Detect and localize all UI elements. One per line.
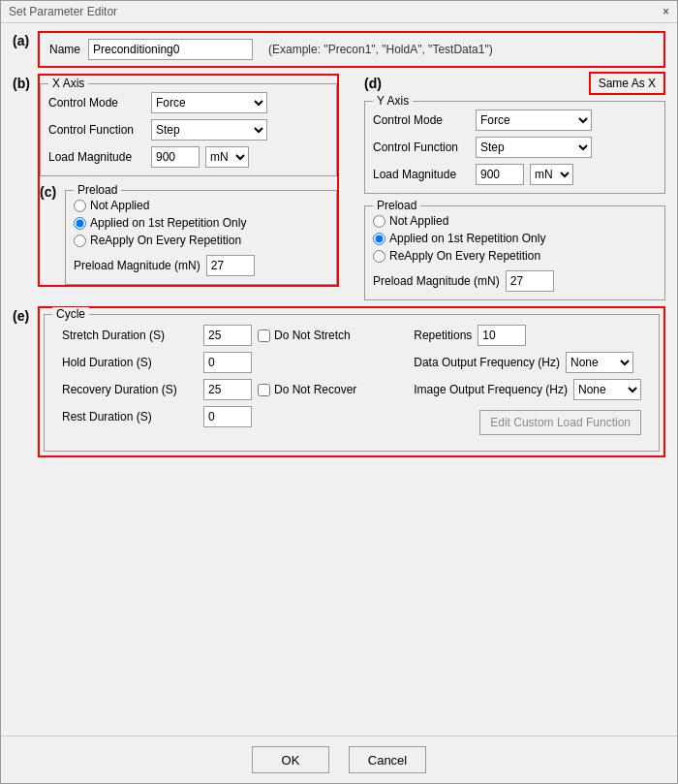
section-e-box: Cycle Stretch Duration (S) Do Not Stretc…	[38, 306, 665, 457]
data-output-row: Data Output Frequency (Hz) None151025501…	[414, 352, 641, 373]
section-a-label: (a)	[13, 31, 34, 48]
y-control-mode-select[interactable]: Force Displacement Strain	[476, 110, 592, 131]
ok-button[interactable]: OK	[252, 746, 329, 773]
close-button[interactable]: ×	[663, 5, 669, 18]
y-control-func-label: Control Function	[373, 141, 470, 154]
y-load-magnitude-input[interactable]	[476, 164, 524, 185]
y-load-mag-label: Load Magnitude	[373, 168, 470, 181]
same-as-x-button[interactable]: Same As X	[589, 72, 665, 95]
preload-right-legend: Preload	[373, 199, 420, 212]
name-example: (Example: "Precon1", "HoldA", "TestData1…	[268, 43, 493, 56]
x-control-func-select[interactable]: Step Ramp Sinusoidal Custom	[151, 119, 267, 141]
title-bar: Set Parameter Editor ×	[1, 1, 677, 23]
x-axis-legend: X Axis	[48, 77, 88, 90]
preload-left-mag-input[interactable]	[206, 255, 255, 276]
preload-left-not-applied-row: Not Applied	[74, 199, 328, 212]
x-control-func-label: Control Function	[48, 123, 145, 137]
cycle-group: Cycle Stretch Duration (S) Do Not Stretc…	[44, 314, 660, 452]
y-axis-group: Y Axis Control Mode Force Displacement S…	[364, 101, 665, 194]
preload-right-group: Preload Not Applied Applied on 1st Repet…	[364, 205, 665, 300]
do-not-stretch-label: Do Not Stretch	[274, 329, 351, 342]
content-area: (a) Name (Example: "Precon1", "HoldA", "…	[1, 23, 677, 736]
right-inner-col: (d) Same As X Y Axis Control Mode Force …	[364, 74, 665, 300]
hold-duration-row: Hold Duration (S)	[62, 352, 398, 373]
hold-duration-input[interactable]	[203, 352, 252, 373]
stretch-duration-input[interactable]	[203, 325, 252, 346]
preload-left-reapply-label: ReApply On Every Repetition	[90, 234, 241, 247]
recovery-duration-input[interactable]	[203, 379, 252, 400]
y-control-mode-row: Control Mode Force Displacement Strain	[373, 110, 657, 131]
preload-left-applied-1st-radio[interactable]	[74, 217, 86, 230]
image-output-select[interactable]: None15102550100	[573, 379, 641, 400]
section-c-label: (c)	[40, 182, 61, 200]
do-not-stretch-checkbox[interactable]	[258, 329, 270, 342]
y-load-unit-select[interactable]: mNNμN	[530, 164, 573, 185]
name-input[interactable]	[88, 39, 253, 60]
y-axis-inner: Control Mode Force Displacement Strain C…	[373, 106, 657, 185]
repetitions-label: Repetitions	[414, 329, 472, 342]
preload-right-applied-1st-label: Applied on 1st Repetition Only	[389, 232, 545, 245]
y-control-func-row: Control Function Step Ramp Sinusoidal Cu…	[373, 137, 657, 158]
preload-left-applied-row: Applied on 1st Repetition Only	[74, 216, 328, 230]
y-control-func-select[interactable]: Step Ramp Sinusoidal Custom	[476, 137, 592, 158]
x-control-mode-row: Control Mode Force Displacement Strain	[48, 92, 328, 113]
y-axis-legend: Y Axis	[373, 94, 413, 108]
right-section-row: (d) (d) Same As X Y Axis Control Mode	[339, 74, 665, 300]
section-b-box: X Axis Control Mode Force Displacement S…	[38, 74, 339, 287]
preload-right-not-applied-row: Not Applied	[373, 214, 657, 228]
preload-left-not-applied-label: Not Applied	[90, 199, 149, 212]
cycle-legend: Cycle	[52, 307, 89, 321]
do-not-recover-checkbox[interactable]	[258, 384, 270, 396]
rest-duration-label: Rest Duration (S)	[62, 410, 198, 423]
preload-left-not-applied-radio[interactable]	[74, 200, 86, 212]
preload-right-reapply-row: ReApply On Every Repetition	[373, 249, 657, 263]
bottom-bar: OK Cancel	[1, 736, 677, 783]
x-load-mag-label: Load Magnitude	[48, 150, 145, 164]
left-section-row: (b) X Axis Control Mode Force Displaceme…	[13, 74, 339, 287]
x-axis-group: X Axis Control Mode Force Displacement S…	[40, 83, 337, 176]
bcd-row: (b) X Axis Control Mode Force Displaceme…	[13, 74, 665, 300]
preload-left-legend: Preload	[74, 183, 121, 197]
rest-duration-input[interactable]	[203, 406, 252, 427]
data-output-select[interactable]: None15102550100	[566, 352, 633, 373]
x-axis-inner: Control Mode Force Displacement Strain C…	[48, 88, 328, 168]
stretch-duration-label: Stretch Duration (S)	[62, 329, 198, 342]
preload-left-group: Preload Not Applied Applied on 1st Repet…	[65, 190, 337, 285]
preload-left-reapply-radio[interactable]	[74, 235, 86, 247]
section-b-label: (b)	[13, 74, 34, 91]
preload-left-reapply-row: ReApply On Every Repetition	[74, 234, 328, 247]
x-control-mode-select[interactable]: Force Displacement Strain	[151, 92, 267, 113]
section-a-row: (a) Name (Example: "Precon1", "HoldA", "…	[13, 31, 665, 68]
recovery-duration-label: Recovery Duration (S)	[62, 383, 198, 396]
preload-right-inner: Not Applied Applied on 1st Repetition On…	[373, 210, 657, 292]
repetitions-row: Repetitions	[414, 325, 641, 346]
x-control-mode-label: Control Mode	[48, 96, 145, 110]
edit-custom-load-button[interactable]: Edit Custom Load Function	[479, 410, 641, 435]
preload-right-applied-1st-radio[interactable]	[373, 233, 385, 245]
y-load-mag-row: Load Magnitude mNNμN	[373, 164, 657, 185]
section-a-box: Name (Example: "Precon1", "HoldA", "Test…	[38, 31, 665, 68]
preload-left-mag-label: Preload Magnitude (mN)	[74, 259, 200, 272]
cycle-right: Repetitions Data Output Frequency (Hz) N…	[414, 325, 641, 435]
preload-left-inner: Not Applied Applied on 1st Repetition On…	[74, 195, 328, 276]
preload-right-mag-label: Preload Magnitude (mN)	[373, 274, 500, 288]
recovery-duration-row: Recovery Duration (S) Do Not Recover	[62, 379, 398, 400]
preload-right-mag-input[interactable]	[506, 270, 554, 292]
section-d-label: (d)	[364, 74, 385, 91]
cycle-inner: Stretch Duration (S) Do Not Stretch Hold…	[52, 319, 651, 443]
x-control-func-row: Control Function Step Ramp Sinusoidal Cu…	[48, 119, 328, 141]
stretch-duration-row: Stretch Duration (S) Do Not Stretch	[62, 325, 398, 346]
x-load-magnitude-input[interactable]	[151, 146, 200, 168]
cycle-left: Stretch Duration (S) Do Not Stretch Hold…	[62, 325, 398, 435]
x-load-unit-select[interactable]: mNNμN	[205, 146, 249, 168]
section-e-row: (e) Cycle Stretch Duration (S) Do N	[13, 306, 665, 457]
repetitions-input[interactable]	[478, 325, 526, 346]
section-c-left-wrapper: (c) Preload Not Applied Applied o	[40, 182, 337, 285]
cancel-button[interactable]: Cancel	[349, 746, 426, 773]
rest-duration-row: Rest Duration (S)	[62, 406, 398, 427]
preload-right-reapply-radio[interactable]	[373, 250, 385, 263]
do-not-recover-label: Do Not Recover	[274, 383, 356, 396]
preload-right-not-applied-radio[interactable]	[373, 215, 385, 228]
preload-right-not-applied-label: Not Applied	[389, 214, 448, 228]
preload-left-mag-row: Preload Magnitude (mN)	[74, 255, 328, 276]
